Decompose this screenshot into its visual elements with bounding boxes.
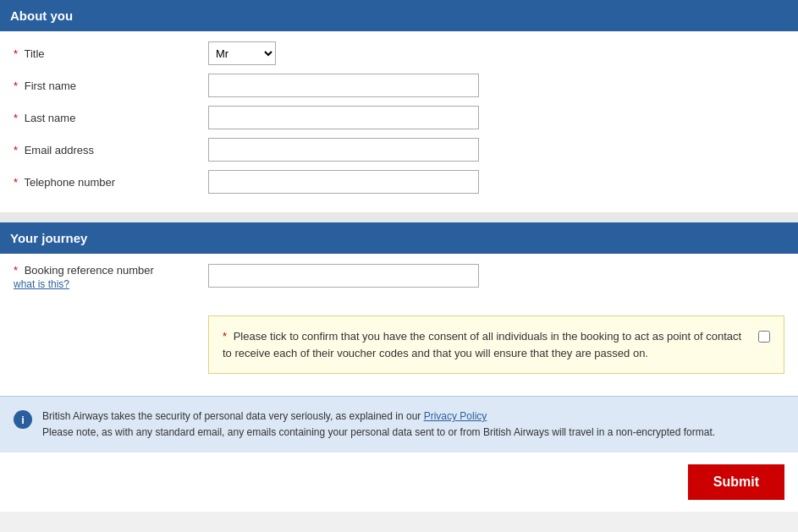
title-row: * Title Mr Mrs Miss Ms Dr [14, 41, 784, 65]
first-name-row: * First name [14, 74, 784, 97]
info-text-block: British Airways takes the security of pe… [42, 409, 715, 441]
title-required-star: * [14, 47, 18, 60]
info-icon: i [14, 410, 32, 429]
info-line1: British Airways takes the security of pe… [42, 409, 715, 425]
email-label: * Email address [14, 144, 208, 156]
first-name-input[interactable] [208, 74, 479, 97]
last-name-input[interactable] [208, 106, 479, 129]
title-select[interactable]: Mr Mrs Miss Ms Dr [208, 41, 276, 65]
booking-ref-row: * Booking reference number what is this? [14, 264, 784, 290]
telephone-row: * Telephone number [14, 170, 784, 194]
last-name-required-star: * [14, 112, 18, 124]
booking-ref-input[interactable] [208, 264, 479, 288]
info-line2: Please note, as with any standard email,… [42, 425, 715, 441]
booking-ref-label: * Booking reference number [14, 264, 208, 277]
email-required-star: * [14, 144, 18, 156]
about-you-form: * Title Mr Mrs Miss Ms Dr * First name * [0, 31, 798, 212]
consent-required-star: * [223, 330, 230, 343]
title-label: * Title [14, 47, 208, 60]
email-input[interactable] [208, 138, 479, 162]
section-divider [0, 212, 798, 222]
your-journey-form: * Booking reference number what is this? [0, 254, 798, 309]
booking-ref-label-block: * Booking reference number what is this? [14, 264, 208, 290]
consent-area: * Please tick to confirm that you have t… [0, 309, 798, 387]
info-bar: i British Airways takes the security of … [0, 396, 798, 452]
submit-area: Submit [0, 452, 798, 512]
consent-text: * Please tick to confirm that you have t… [223, 328, 750, 361]
what-is-this-link[interactable]: what is this? [14, 278, 208, 290]
consent-checkbox[interactable] [758, 331, 770, 343]
telephone-input[interactable] [208, 170, 479, 194]
first-name-required-star: * [14, 80, 18, 92]
your-journey-header: Your journey [0, 222, 798, 254]
consent-box: * Please tick to confirm that you have t… [208, 315, 784, 374]
telephone-label: * Telephone number [14, 176, 208, 189]
first-name-label: * First name [14, 80, 208, 92]
about-you-title: About you [10, 8, 73, 23]
your-journey-title: Your journey [10, 231, 87, 245]
submit-button[interactable]: Submit [688, 464, 784, 500]
page-wrapper: About you * Title Mr Mrs Miss Ms Dr * Fi… [0, 0, 798, 512]
about-you-header: About you [0, 0, 798, 31]
booking-ref-required-star: * [14, 264, 18, 277]
privacy-policy-link[interactable]: Privacy Policy [424, 410, 487, 422]
telephone-required-star: * [14, 176, 18, 189]
last-name-label: * Last name [14, 112, 208, 124]
email-row: * Email address [14, 138, 784, 162]
last-name-row: * Last name [14, 106, 784, 129]
